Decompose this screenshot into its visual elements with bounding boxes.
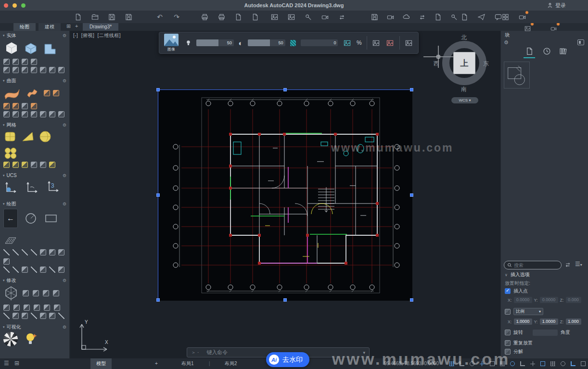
- section-header-visualize[interactable]: ▾ 可视化 ⚙: [0, 322, 69, 331]
- draw-back-button[interactable]: ←: [3, 209, 18, 228]
- viewport-minimize-control[interactable]: [-]: [73, 33, 78, 38]
- gear-icon[interactable]: ⚙: [63, 123, 66, 127]
- move-tool-icon[interactable]: [23, 290, 29, 296]
- wcs-dropdown[interactable]: WCS ▾: [451, 97, 478, 103]
- selected-image-frame[interactable]: [158, 89, 412, 300]
- spline-tool-icon[interactable]: [22, 249, 28, 255]
- render-button[interactable]: [320, 12, 330, 22]
- 3d-gizmo-icon[interactable]: [3, 285, 19, 301]
- drawing-file-tab[interactable]: Drawing3*: [83, 23, 118, 31]
- copy-tool-icon[interactable]: [53, 290, 59, 296]
- mesh-box-icon[interactable]: [3, 130, 18, 143]
- tab-recent-blocks[interactable]: [540, 45, 553, 57]
- cloud-button[interactable]: [401, 12, 411, 22]
- join-tool-icon[interactable]: [49, 313, 55, 319]
- redo-button[interactable]: ↷: [172, 12, 181, 22]
- background-transparency-button[interactable]: [343, 38, 352, 48]
- print-button[interactable]: [200, 12, 209, 22]
- apps-button[interactable]: [500, 12, 510, 22]
- attach-button[interactable]: [269, 12, 279, 22]
- wipeout-tool-icon[interactable]: [40, 267, 46, 273]
- surface-edit-icon[interactable]: [31, 111, 37, 117]
- menu-icon[interactable]: ☰: [4, 360, 9, 366]
- export-button[interactable]: [233, 12, 243, 22]
- mesh-edit-icon[interactable]: [13, 162, 19, 168]
- status-fullscreen-toggle[interactable]: [579, 360, 587, 367]
- palette-share-button[interactable]: [523, 24, 532, 33]
- insertion-z-field[interactable]: 0.000: [566, 297, 581, 303]
- rectangle-tool-icon[interactable]: [44, 212, 58, 225]
- surface-tool-icon[interactable]: [31, 103, 37, 109]
- zoom-window-button[interactable]: [21, 3, 26, 8]
- surface-edit-icon[interactable]: [13, 111, 19, 117]
- stretch-tool-icon[interactable]: [54, 305, 60, 311]
- batch-plot-button[interactable]: [250, 12, 260, 22]
- fade-slider[interactable]: 0: [301, 39, 338, 46]
- section-header-mesh[interactable]: ▾ 网格 ⚙: [0, 120, 69, 129]
- surface-edit-icon[interactable]: [58, 111, 64, 117]
- mesh-edit-icon[interactable]: [22, 162, 28, 168]
- viewcube-west-label[interactable]: 西: [434, 60, 439, 68]
- compare-button[interactable]: [433, 12, 443, 22]
- solid-tool-icon[interactable]: [40, 67, 46, 73]
- rotation-angle-field[interactable]: [533, 330, 558, 336]
- gear-icon[interactable]: ⚙: [63, 202, 66, 206]
- scale-y-field[interactable]: 1.0000: [540, 318, 558, 325]
- new-drawing-tab-button[interactable]: +: [75, 24, 78, 29]
- grip-handle[interactable]: [283, 298, 287, 302]
- polyline-tool-icon[interactable]: [13, 249, 19, 255]
- explode-tool-icon[interactable]: [24, 305, 30, 311]
- tab-block-libraries[interactable]: [557, 45, 569, 57]
- arc-tool-icon[interactable]: [13, 267, 19, 273]
- status-workspace-toggle[interactable]: [559, 360, 567, 367]
- palette-menu-button[interactable]: ☰▾: [575, 261, 582, 267]
- mirror-tool-icon[interactable]: [3, 305, 10, 311]
- solid-tool-icon[interactable]: [22, 67, 28, 73]
- repeat-placement-checkbox[interactable]: [505, 340, 511, 346]
- surface-tool-icon[interactable]: [13, 103, 19, 109]
- scale-checkbox[interactable]: [505, 309, 511, 315]
- viewcube-top-face[interactable]: 上: [453, 52, 475, 74]
- screencast-button[interactable]: [517, 12, 527, 22]
- grid-display-icon[interactable]: ⊞: [14, 360, 19, 366]
- mesh-wedge-icon[interactable]: [21, 130, 35, 143]
- tab-modeling[interactable]: 建模: [38, 23, 61, 31]
- grip-handle[interactable]: [410, 193, 413, 197]
- section-header-solid[interactable]: ▾ 实体 ⚙: [0, 31, 69, 39]
- remove-watermark-button[interactable]: Ai 去水印: [266, 352, 309, 367]
- close-window-button[interactable]: [4, 3, 8, 8]
- grip-handle[interactable]: [156, 88, 160, 91]
- status-selectioncycling-toggle[interactable]: [538, 360, 547, 367]
- viewport-visual-style-control[interactable]: [二维线框]: [98, 33, 121, 38]
- undo-button[interactable]: ↶: [155, 12, 165, 22]
- presspull-tool-icon[interactable]: [42, 40, 58, 56]
- status-lineweight-toggle[interactable]: [518, 360, 526, 367]
- grip-handle[interactable]: [156, 193, 160, 197]
- remove-clip-button[interactable]: [385, 38, 395, 48]
- block-search-box[interactable]: [504, 261, 562, 269]
- mesh-smooth-icon[interactable]: [3, 146, 18, 160]
- layout2-tab[interactable]: 布局2: [219, 358, 243, 369]
- section-header-surface[interactable]: ▾ 曲面 ⚙: [0, 76, 69, 85]
- surface-tool-icon[interactable]: [53, 90, 59, 96]
- solid-tool-icon[interactable]: [3, 67, 10, 73]
- surface-edit-icon[interactable]: [22, 111, 28, 117]
- ucs-world-icon[interactable]: [3, 180, 18, 195]
- grip-handle[interactable]: [410, 88, 413, 91]
- helix-tool-icon[interactable]: [49, 267, 55, 273]
- status-transparency-toggle[interactable]: [528, 360, 537, 367]
- model-tab[interactable]: 模型: [90, 358, 112, 369]
- share-view-button[interactable]: [417, 12, 427, 22]
- mesh-edit-icon[interactable]: [49, 162, 55, 168]
- region-tool-icon[interactable]: [58, 249, 64, 255]
- box-tool-icon[interactable]: [3, 40, 20, 56]
- surface-edit-icon[interactable]: [49, 111, 55, 117]
- measure-button[interactable]: [303, 12, 313, 22]
- point-tool-icon[interactable]: [49, 249, 55, 255]
- grip-handle[interactable]: [410, 298, 413, 302]
- swap-button[interactable]: [337, 12, 346, 22]
- surface-tool-icon[interactable]: [3, 103, 10, 109]
- palette-record-button[interactable]: [549, 24, 558, 33]
- gear-icon[interactable]: ⚙: [63, 325, 66, 330]
- xline-tool-icon[interactable]: [3, 267, 10, 273]
